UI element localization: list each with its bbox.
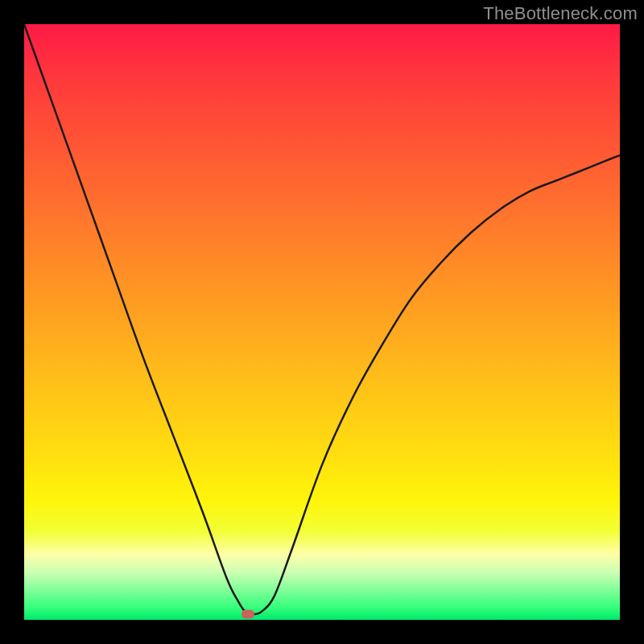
watermark-text: TheBottleneck.com <box>483 3 638 24</box>
plot-area <box>24 24 620 620</box>
optimal-point-marker <box>242 609 254 618</box>
bottleneck-curve-path <box>24 24 620 614</box>
chart-stage: TheBottleneck.com <box>0 0 644 644</box>
curve-svg <box>24 24 620 620</box>
